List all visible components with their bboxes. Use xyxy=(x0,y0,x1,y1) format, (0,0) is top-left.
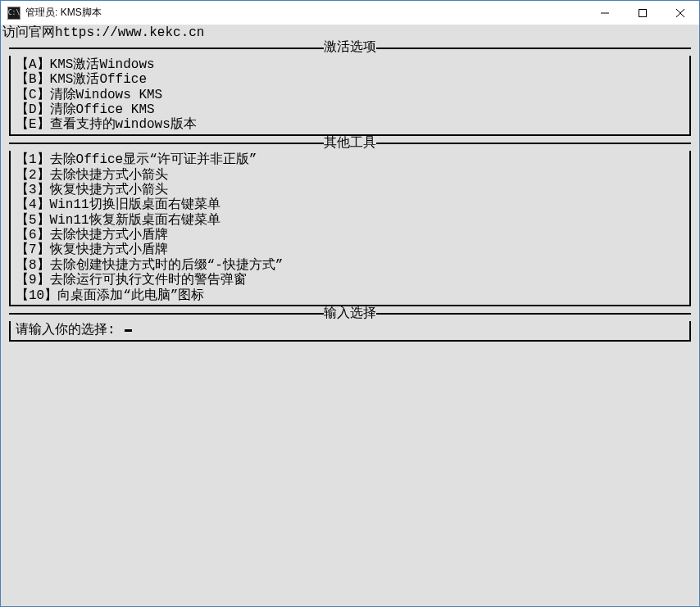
tools-item: 【8】去除创建快捷方式时的后缀“-快捷方式” xyxy=(14,258,686,273)
svg-rect-1 xyxy=(639,9,647,16)
tools-item: 【7】恢复快捷方式小盾牌 xyxy=(14,242,686,257)
window-controls xyxy=(586,1,699,25)
input-prompt: 请输入你的选择: xyxy=(16,323,123,337)
svg-line-3 xyxy=(676,9,684,17)
tools-item: 【10】向桌面添加“此电脑”图标 xyxy=(14,288,686,303)
close-icon xyxy=(676,9,684,17)
activation-item: 【C】清除Windows KMS xyxy=(14,88,686,102)
tools-item: 【1】去除Office显示“许可证并非正版” xyxy=(14,152,686,167)
section-tools-header: 其他工具 xyxy=(9,136,691,151)
tools-item: 【3】恢复快捷方式小箭头 xyxy=(14,183,686,197)
section-tools-title: 其他工具 xyxy=(324,136,376,151)
activation-item: 【E】查看支持的windows版本 xyxy=(14,117,686,132)
section-activation: 【A】KMS激活Windows 【B】KMS激活Office 【C】清除Wind… xyxy=(9,56,691,136)
tools-item: 【9】去除运行可执行文件时的警告弹窗 xyxy=(14,273,686,288)
titlebar[interactable]: C:\ 管理员: KMS脚本 xyxy=(1,1,699,25)
minimize-icon xyxy=(601,9,609,17)
section-tools: 【1】去除Office显示“许可证并非正版” 【2】去除快捷方式小箭头 【3】恢… xyxy=(9,151,691,306)
tools-item: 【4】Win11切换旧版桌面右键菜单 xyxy=(14,197,686,212)
input-prompt-line[interactable]: 请输入你的选择: xyxy=(14,323,686,337)
minimize-button[interactable] xyxy=(586,1,624,25)
top-line: 访问官网https://www.kekc.cn xyxy=(1,25,699,40)
section-input: 请输入你的选择: xyxy=(9,321,691,341)
console-content[interactable]: 访问官网https://www.kekc.cn 激活选项 【A】KMS激活Win… xyxy=(1,25,699,606)
tools-item: 【5】Win11恢复新版桌面右键菜单 xyxy=(14,213,686,228)
section-input-title: 输入选择 xyxy=(324,306,376,321)
section-input-header: 输入选择 xyxy=(9,306,691,321)
app-window: C:\ 管理员: KMS脚本 访问官网https://www.kekc.cn 激… xyxy=(0,0,700,607)
maximize-button[interactable] xyxy=(624,1,661,25)
activation-item: 【D】清除Office KMS xyxy=(14,102,686,117)
window-title: 管理员: KMS脚本 xyxy=(25,6,102,20)
section-activation-header: 激活选项 xyxy=(9,40,691,55)
cmd-icon: C:\ xyxy=(7,7,20,20)
close-button[interactable] xyxy=(661,1,699,25)
cursor-icon xyxy=(125,329,132,332)
tools-item: 【2】去除快捷方式小箭头 xyxy=(14,168,686,183)
activation-item: 【B】KMS激活Office xyxy=(14,72,686,87)
section-activation-title: 激活选项 xyxy=(324,40,376,55)
maximize-icon xyxy=(639,9,647,17)
svg-line-2 xyxy=(676,9,684,17)
activation-item: 【A】KMS激活Windows xyxy=(14,57,686,72)
tools-item: 【6】去除快捷方式小盾牌 xyxy=(14,228,686,242)
